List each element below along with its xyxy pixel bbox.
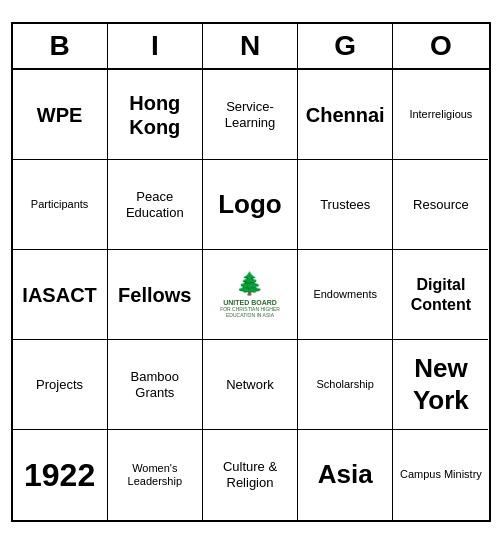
header-o: O [393,24,488,68]
cell-r2c4: Trustees [298,160,393,250]
tree-icon: 🌲 [236,271,263,297]
cell-r3c1: IASACT [13,250,108,340]
cell-r3c3: 🌲 UNITED BOARD FOR CHRISTIAN HIGHER EDUC… [203,250,298,340]
cell-r5c4: Asia [298,430,393,520]
cell-r2c5: Resource [393,160,488,250]
bingo-grid: WPE Hong Kong Service-Learning Chennai I… [13,70,489,520]
cell-r2c1: Participants [13,160,108,250]
cell-r3c4: Endowments [298,250,393,340]
cell-r4c1: Projects [13,340,108,430]
cell-r1c2: Hong Kong [108,70,203,160]
cell-r5c2: Women's Leadership [108,430,203,520]
united-board-subtitle: FOR CHRISTIAN HIGHER EDUCATION IN ASIA [207,307,293,318]
cell-r1c4: Chennai [298,70,393,160]
cell-r1c5: Interreligious [393,70,488,160]
bingo-header: B I N G O [13,24,489,70]
cell-r1c3: Service-Learning [203,70,298,160]
header-n: N [203,24,298,68]
cell-r4c4: Scholarship [298,340,393,430]
cell-r2c2: Peace Education [108,160,203,250]
cell-r3c5: Digital Content [393,250,488,340]
header-i: I [108,24,203,68]
cell-r2c3: Logo [203,160,298,250]
cell-r1c1: WPE [13,70,108,160]
cell-r5c5: Campus Ministry [393,430,488,520]
header-b: B [13,24,108,68]
cell-r3c2: Fellows [108,250,203,340]
cell-r5c1: 1922 [13,430,108,520]
cell-r4c5: New York [393,340,488,430]
cell-r5c3: Culture & Religion [203,430,298,520]
cell-r4c3: Network [203,340,298,430]
bingo-card: B I N G O WPE Hong Kong Service-Learning… [11,22,491,522]
united-board-logo: 🌲 UNITED BOARD FOR CHRISTIAN HIGHER EDUC… [207,271,293,318]
header-g: G [298,24,393,68]
cell-r4c2: Bamboo Grants [108,340,203,430]
